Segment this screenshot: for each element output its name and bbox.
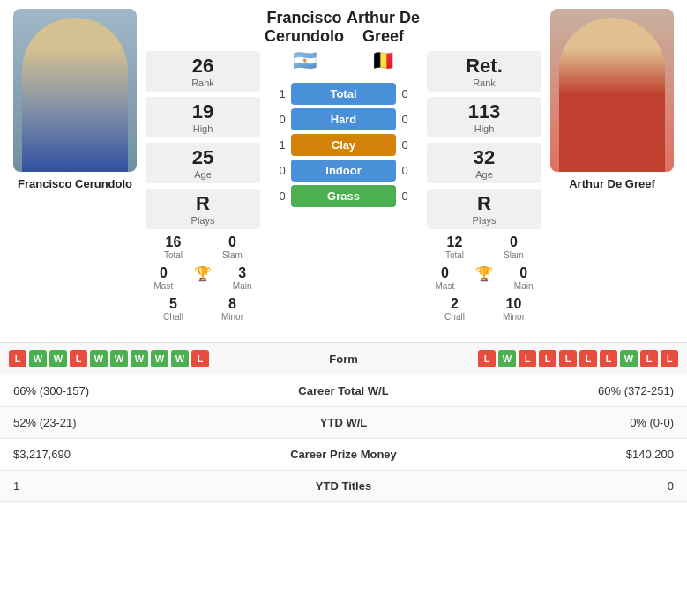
- surface-hard-right: 0: [396, 113, 414, 126]
- stats-left-2: $3,217,690: [13, 448, 265, 461]
- form-badge-left: L: [191, 350, 209, 367]
- left-age-block: 25 Age: [146, 143, 260, 183]
- left-name-center: Francisco Cerundolo: [265, 9, 344, 46]
- stats-right-1: 0% (0-0): [423, 416, 675, 429]
- form-badge-right: L: [661, 350, 678, 367]
- right-slam-label: Slam: [486, 250, 541, 260]
- left-rank-block: 26 Rank: [146, 51, 260, 92]
- stats-row: $3,217,690 Career Prize Money $140,200: [0, 439, 687, 471]
- right-rank-label: Rank: [434, 78, 534, 88]
- left-minor-value: 8: [205, 296, 260, 312]
- right-plays-label: Plays: [434, 215, 534, 226]
- stats-right-3: 0: [423, 479, 675, 493]
- stats-row: 66% (300-157) Career Total W/L 60% (372-…: [0, 375, 687, 407]
- form-badge-left: W: [110, 350, 128, 367]
- stats-left-3: 1: [13, 479, 265, 493]
- right-age-value: 32: [434, 146, 534, 169]
- form-badge-right: L: [559, 350, 577, 367]
- surface-hard-btn[interactable]: Hard: [291, 108, 396, 130]
- form-badge-right: L: [478, 350, 496, 367]
- surface-total-left: 1: [273, 87, 291, 100]
- left-player-photo: [13, 9, 137, 172]
- surface-indoor-left: 0: [273, 164, 291, 177]
- right-total-label: Total: [427, 250, 482, 260]
- stats-row: 1 YTD Titles 0: [0, 471, 687, 502]
- form-badge-right: L: [579, 350, 597, 367]
- left-plays-label: Plays: [153, 215, 253, 226]
- surface-total-row: 1 Total 0: [273, 83, 414, 105]
- left-trophy-cell: 🏆: [185, 265, 221, 291]
- right-rank-value: Ret.: [434, 55, 534, 78]
- surface-grass-right: 0: [396, 189, 414, 203]
- left-chall-minor-row: 5 Chall 8 Minor: [146, 296, 260, 322]
- bottom-section: LWWLWWWWWL Form LWLLLLLWLL 66% (300-157)…: [0, 342, 687, 502]
- stats-center-0: Career Total W/L: [265, 384, 423, 397]
- right-total-slam-row: 12 Total 0 Slam: [427, 234, 541, 260]
- stats-center-1: YTD W/L: [265, 416, 423, 429]
- right-main-value: 0: [505, 265, 541, 281]
- right-rank-block: Ret. Rank: [427, 51, 541, 92]
- left-chall-cell: 5 Chall: [146, 296, 201, 322]
- left-player-card: Francisco Cerundolo: [4, 9, 146, 324]
- left-high-label: High: [153, 123, 253, 134]
- left-total-cell: 16 Total: [146, 234, 201, 260]
- form-badge-left: L: [70, 350, 87, 367]
- left-player-name: Francisco Cerundolo: [18, 177, 132, 190]
- stats-right-0: 60% (372-251): [423, 384, 675, 397]
- surface-hard-left: 0: [273, 113, 291, 126]
- right-total-cell: 12 Total: [427, 234, 482, 260]
- left-plays-block: R Plays: [146, 189, 260, 229]
- left-rank-label: Rank: [153, 78, 253, 88]
- right-plays-value: R: [434, 192, 534, 215]
- right-player-card: Arthur De Greef: [541, 9, 683, 324]
- stats-left-1: 52% (23-21): [13, 416, 265, 429]
- surface-indoor-right: 0: [396, 164, 414, 177]
- left-high-value: 19: [153, 100, 253, 123]
- form-badge-right: W: [620, 350, 638, 367]
- right-high-label: High: [434, 123, 534, 134]
- left-mast-main-row: 0 Mast 🏆 3 Main: [146, 265, 260, 291]
- left-age-value: 25: [153, 146, 253, 169]
- left-plays-value: R: [153, 192, 253, 215]
- stats-center-3: YTD Titles: [265, 479, 423, 493]
- surface-grass-left: 0: [273, 189, 291, 203]
- left-high-block: 19 High: [146, 97, 260, 137]
- right-flag: 🇧🇪: [344, 49, 422, 72]
- surface-grass-btn[interactable]: Grass: [291, 185, 396, 207]
- left-slam-label: Slam: [205, 250, 260, 260]
- surface-clay-row: 1 Clay 0: [273, 134, 414, 156]
- right-age-label: Age: [434, 169, 534, 180]
- surface-total-btn[interactable]: Total: [291, 83, 396, 105]
- surface-clay-btn[interactable]: Clay: [291, 134, 396, 156]
- form-left: LWWLWWWWWL: [9, 350, 291, 367]
- surface-indoor-btn[interactable]: Indoor: [291, 160, 396, 182]
- left-minor-cell: 8 Minor: [205, 296, 260, 322]
- right-main-label: Main: [505, 281, 541, 291]
- form-badge-left: L: [9, 350, 26, 367]
- stats-left-0: 66% (300-157): [13, 384, 265, 397]
- right-trophy-icon: 🏆: [467, 265, 503, 282]
- form-badge-left: W: [131, 350, 148, 367]
- right-high-block: 113 High: [427, 97, 541, 137]
- form-row: LWWLWWWWWL Form LWLLLLLWLL: [0, 343, 687, 375]
- main-container: Francisco Cerundolo 26 Rank 19 High 25 A…: [0, 0, 687, 502]
- right-minor-value: 10: [486, 296, 541, 312]
- left-minor-label: Minor: [205, 312, 260, 322]
- left-slam-cell: 0 Slam: [205, 234, 260, 260]
- right-stats-box: Ret. Rank 113 High 32 Age R Plays 12: [427, 48, 541, 324]
- left-mast-cell: 0 Mast: [146, 265, 182, 291]
- left-chall-label: Chall: [146, 312, 201, 322]
- surface-total-right: 0: [396, 87, 414, 100]
- right-high-value: 113: [434, 100, 534, 123]
- form-badge-left: W: [29, 350, 47, 367]
- right-player-photo: [550, 9, 674, 172]
- left-main-label: Main: [224, 281, 260, 291]
- form-badge-left: W: [90, 350, 108, 367]
- left-chall-value: 5: [146, 296, 201, 312]
- form-label: Form: [291, 353, 397, 366]
- right-mast-cell: 0 Mast: [427, 265, 463, 291]
- form-badge-right: L: [539, 350, 556, 367]
- left-total-value: 16: [146, 234, 201, 250]
- right-plays-block: R Plays: [427, 189, 541, 229]
- left-total-label: Total: [146, 250, 201, 260]
